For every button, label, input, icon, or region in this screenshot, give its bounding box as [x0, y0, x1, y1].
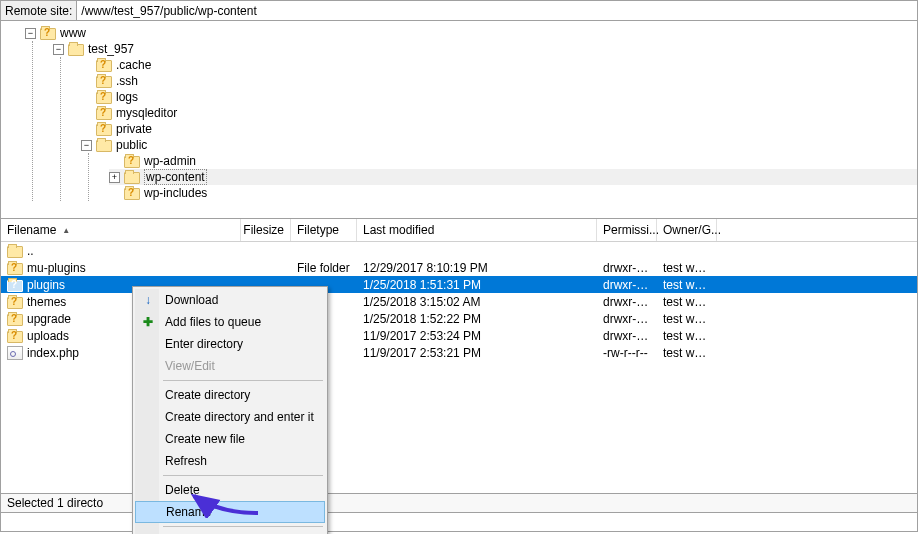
folder-icon: ? [96, 122, 112, 136]
menu-create-dir[interactable]: Create directory [135, 384, 325, 406]
file-name: index.php [27, 346, 79, 360]
tree-item-wpcontent[interactable]: + wp-content [109, 169, 917, 185]
col-filename[interactable]: Filename▲ [1, 219, 241, 241]
tree-item-www[interactable]: − ? www [25, 25, 917, 41]
file-name: mu-plugins [27, 261, 86, 275]
cell-modified: 1/25/2018 1:52:22 PM [357, 312, 597, 326]
cell-perm: drwxr-xr-x [597, 295, 657, 309]
download-icon: ↓ [140, 292, 156, 308]
folder-icon: ? [7, 278, 23, 292]
folder-icon: ? [96, 74, 112, 88]
file-list-header: Filename▲ Filesize Filetype Last modifie… [1, 219, 917, 242]
menu-separator [163, 526, 323, 527]
col-permissions[interactable]: Permissi... [597, 219, 657, 241]
folder-icon [68, 42, 84, 56]
folder-icon [96, 138, 112, 152]
folder-icon [7, 244, 23, 258]
cell-perm: drwxr-xr-x [597, 312, 657, 326]
menu-download[interactable]: ↓ Download [135, 289, 325, 311]
col-modified[interactable]: Last modified [357, 219, 597, 241]
remote-path-input[interactable] [77, 1, 917, 20]
folder-icon: ? [124, 186, 140, 200]
file-row[interactable]: .. [1, 242, 917, 259]
menu-create-dir-enter[interactable]: Create directory and enter it [135, 406, 325, 428]
folder-icon [124, 170, 140, 184]
expand-icon[interactable]: + [109, 172, 120, 183]
cell-perm: drwxr-xr-x [597, 278, 657, 292]
file-name: themes [27, 295, 66, 309]
menu-add-queue[interactable]: ✚ Add files to queue [135, 311, 325, 333]
cell-perm: drwxr-xr-x [597, 329, 657, 343]
file-name: plugins [27, 278, 65, 292]
collapse-icon[interactable]: − [81, 140, 92, 151]
tree-item-ssh[interactable]: ? .ssh [81, 73, 917, 89]
menu-rename[interactable]: Rename [135, 501, 325, 523]
cell-modified: 12/29/2017 8:10:19 PM [357, 261, 597, 275]
collapse-icon[interactable]: − [53, 44, 64, 55]
tree-item-cache[interactable]: ? .cache [81, 57, 917, 73]
folder-icon: ? [40, 26, 56, 40]
menu-refresh[interactable]: Refresh [135, 450, 325, 472]
menu-new-file[interactable]: Create new file [135, 428, 325, 450]
add-icon: ✚ [140, 314, 156, 330]
cell-modified: 11/9/2017 2:53:21 PM [357, 346, 597, 360]
directory-tree[interactable]: − ? www − test_957 ? .cache [0, 21, 918, 219]
folder-icon: ? [7, 261, 23, 275]
col-filesize[interactable]: Filesize [241, 219, 291, 241]
folder-icon: ? [96, 90, 112, 104]
folder-icon: ? [96, 58, 112, 72]
cell-perm: -rw-r--r-- [597, 346, 657, 360]
cell-owner: test ww... [657, 329, 717, 343]
remote-site-label: Remote site: [1, 1, 77, 20]
php-file-icon [7, 346, 23, 360]
context-menu: ↓ Download ✚ Add files to queue Enter di… [132, 286, 328, 534]
cell-owner: test ww... [657, 312, 717, 326]
cell-owner: test ww... [657, 346, 717, 360]
folder-icon: ? [7, 295, 23, 309]
collapse-icon[interactable]: − [25, 28, 36, 39]
file-name: upgrade [27, 312, 71, 326]
menu-copy-url[interactable]: Copy URL(s) to clipboard [135, 530, 325, 534]
cell-modified: 11/9/2017 2:53:24 PM [357, 329, 597, 343]
menu-enter-dir[interactable]: Enter directory [135, 333, 325, 355]
cell-filetype: File folder [291, 261, 357, 275]
menu-view-edit: View/Edit [135, 355, 325, 377]
cell-owner: test ww... [657, 261, 717, 275]
folder-icon: ? [124, 154, 140, 168]
file-name: .. [27, 244, 34, 258]
sort-asc-icon: ▲ [62, 226, 70, 235]
menu-separator [163, 475, 323, 476]
tree-item-logs[interactable]: ? logs [81, 89, 917, 105]
folder-icon: ? [96, 106, 112, 120]
folder-icon: ? [7, 329, 23, 343]
tree-item-public[interactable]: − public [81, 137, 917, 153]
remote-site-bar: Remote site: [0, 0, 918, 21]
col-filetype[interactable]: Filetype [291, 219, 357, 241]
tree-item-test957[interactable]: − test_957 [53, 41, 917, 57]
file-name: uploads [27, 329, 69, 343]
file-row[interactable]: ?mu-pluginsFile folder12/29/2017 8:10:19… [1, 259, 917, 276]
tree-item-wpadmin[interactable]: ? wp-admin [109, 153, 917, 169]
cell-modified: 1/25/2018 1:51:31 PM [357, 278, 597, 292]
cell-modified: 1/25/2018 3:15:02 AM [357, 295, 597, 309]
col-owner[interactable]: Owner/G... [657, 219, 717, 241]
menu-delete[interactable]: Delete [135, 479, 325, 501]
cell-owner: test ww... [657, 278, 717, 292]
tree-item-private[interactable]: ? private [81, 121, 917, 137]
tree-item-wpincludes[interactable]: ? wp-includes [109, 185, 917, 201]
menu-separator [163, 380, 323, 381]
cell-owner: test ww... [657, 295, 717, 309]
tree-item-mysqleditor[interactable]: ? mysqleditor [81, 105, 917, 121]
folder-icon: ? [7, 312, 23, 326]
cell-perm: drwxr-xr-x [597, 261, 657, 275]
